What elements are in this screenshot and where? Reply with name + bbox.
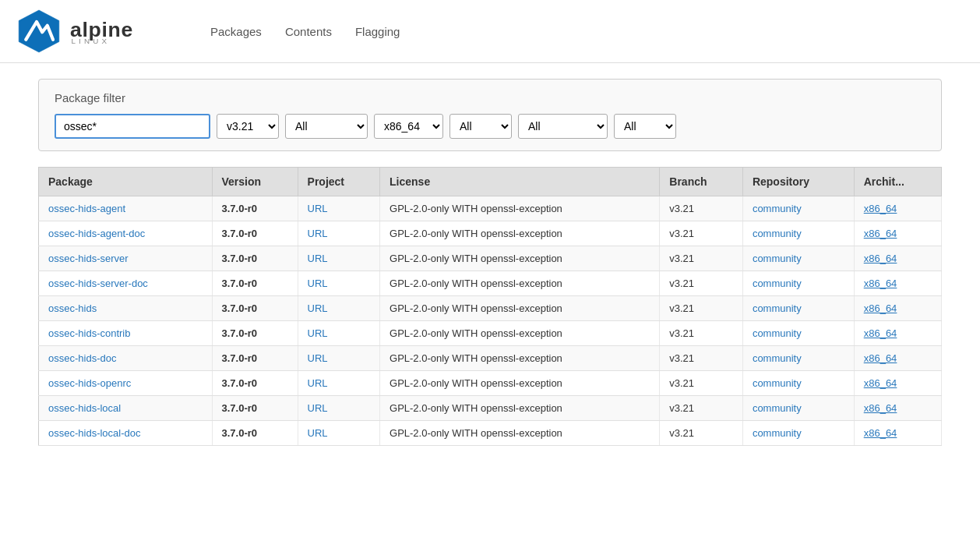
svg-marker-0 (19, 10, 59, 52)
cell-project: URL (298, 371, 379, 396)
cell-package: ossec-hids-local-doc (39, 421, 213, 446)
project-url-link[interactable]: URL (308, 377, 328, 389)
cell-project: URL (298, 221, 379, 246)
arch-link[interactable]: x86_64 (864, 302, 897, 314)
arch-link[interactable]: x86_64 (864, 327, 897, 339)
arch-link[interactable]: x86_64 (864, 402, 897, 414)
header: alpine LINUX Packages Contents Flagging (0, 0, 980, 63)
filter-section: Package filter v3.21 v3.20 v3.19 edge Al… (23, 79, 957, 151)
cell-version: 3.7.0-r0 (212, 371, 298, 396)
version-text: 3.7.0-r0 (222, 203, 258, 214)
cell-project: URL (298, 346, 379, 371)
repository-link[interactable]: community (753, 302, 802, 314)
project-url-link[interactable]: URL (308, 352, 328, 364)
cell-repository: community (742, 271, 854, 296)
search-input[interactable] (55, 114, 210, 139)
logo-text: alpine LINUX (70, 16, 179, 47)
project-url-link[interactable]: URL (308, 253, 328, 264)
arch-link[interactable]: x86_64 (864, 203, 897, 214)
repository-link[interactable]: community (753, 228, 802, 239)
cell-repository: community (742, 296, 854, 321)
arch-link[interactable]: x86_64 (864, 377, 897, 389)
cell-branch: v3.21 (660, 396, 743, 421)
package-link[interactable]: ossec-hids (48, 302, 97, 314)
filter-controls: v3.21 v3.20 v3.19 edge All main communit… (55, 114, 925, 139)
table-row: ossec-hids-local-doc 3.7.0-r0 URL GPL-2.… (39, 421, 942, 446)
table-row: ossec-hids 3.7.0-r0 URL GPL-2.0-only WIT… (39, 296, 942, 321)
flagged-select[interactable]: All Flagged Not Flagged (518, 114, 608, 139)
repository-link[interactable]: community (753, 352, 802, 364)
arch-select[interactable]: x86_64 x86 aarch64 armhf armv7 ppc64le s… (374, 114, 443, 139)
project-url-link[interactable]: URL (308, 203, 328, 214)
project-url-link[interactable]: URL (308, 402, 328, 414)
package-link[interactable]: ossec-hids-server (48, 253, 129, 264)
project-url-link[interactable]: URL (308, 327, 328, 339)
cell-package: ossec-hids-server-doc (39, 271, 213, 296)
cell-package: ossec-hids-agent (39, 196, 213, 221)
nav-flagging[interactable]: Flagging (355, 25, 400, 38)
repository-link[interactable]: community (753, 203, 802, 214)
version-text: 3.7.0-r0 (222, 352, 258, 364)
arch-link[interactable]: x86_64 (864, 352, 897, 364)
repo-select[interactable]: All main community testing (285, 114, 368, 139)
cell-arch: x86_64 (854, 196, 941, 221)
repository-link[interactable]: community (753, 377, 802, 389)
repository-link[interactable]: community (753, 427, 802, 439)
svg-text:LINUX: LINUX (71, 37, 110, 45)
repository-link[interactable]: community (753, 253, 802, 264)
arch-link[interactable]: x86_64 (864, 253, 897, 264)
version-text: 3.7.0-r0 (222, 402, 258, 414)
version-select[interactable]: v3.21 v3.20 v3.19 edge (217, 114, 279, 139)
package-link[interactable]: ossec-hids-contrib (48, 327, 131, 339)
cell-license: GPL-2.0-only WITH openssl-exception (380, 421, 660, 446)
col-version: Version (212, 168, 298, 196)
project-url-link[interactable]: URL (308, 228, 328, 239)
version-text: 3.7.0-r0 (222, 278, 258, 289)
nav-packages[interactable]: Packages (210, 25, 262, 38)
package-link[interactable]: ossec-hids-local (48, 402, 121, 414)
cell-package: ossec-hids-agent-doc (39, 221, 213, 246)
cell-project: URL (298, 196, 379, 221)
cell-license: GPL-2.0-only WITH openssl-exception (380, 296, 660, 321)
repository-link[interactable]: community (753, 327, 802, 339)
project-url-link[interactable]: URL (308, 278, 328, 289)
cell-package: ossec-hids-openrc (39, 371, 213, 396)
cell-branch: v3.21 (660, 271, 743, 296)
nav-contents[interactable]: Contents (285, 25, 332, 38)
cell-license: GPL-2.0-only WITH openssl-exception (380, 321, 660, 346)
package-link[interactable]: ossec-hids-agent-doc (48, 228, 145, 239)
cell-version: 3.7.0-r0 (212, 271, 298, 296)
package-link[interactable]: ossec-hids-local-doc (48, 427, 141, 439)
arch-link[interactable]: x86_64 (864, 427, 897, 439)
table-body: ossec-hids-agent 3.7.0-r0 URL GPL-2.0-on… (39, 196, 942, 446)
maintainer-select[interactable]: All (449, 114, 512, 139)
project-url-link[interactable]: URL (308, 302, 328, 314)
package-link[interactable]: ossec-hids-doc (48, 352, 116, 364)
repository-link[interactable]: community (753, 402, 802, 414)
col-branch: Branch (660, 168, 743, 196)
cell-arch: x86_64 (854, 371, 941, 396)
table-row: ossec-hids-agent-doc 3.7.0-r0 URL GPL-2.… (39, 221, 942, 246)
cell-license: GPL-2.0-only WITH openssl-exception (380, 271, 660, 296)
packages-table: Package Version Project License Branch R… (38, 167, 942, 446)
arch-link[interactable]: x86_64 (864, 278, 897, 289)
extra-select[interactable]: All (614, 114, 676, 139)
package-link[interactable]: ossec-hids-server-doc (48, 278, 148, 289)
cell-repository: community (742, 196, 854, 221)
cell-package: ossec-hids-contrib (39, 321, 213, 346)
cell-license: GPL-2.0-only WITH openssl-exception (380, 246, 660, 271)
cell-version: 3.7.0-r0 (212, 346, 298, 371)
cell-version: 3.7.0-r0 (212, 321, 298, 346)
table-row: ossec-hids-doc 3.7.0-r0 URL GPL-2.0-only… (39, 346, 942, 371)
cell-branch: v3.21 (660, 346, 743, 371)
package-link[interactable]: ossec-hids-openrc (48, 377, 131, 389)
alpine-logo-icon (16, 8, 62, 55)
arch-link[interactable]: x86_64 (864, 228, 897, 239)
cell-arch: x86_64 (854, 421, 941, 446)
cell-version: 3.7.0-r0 (212, 421, 298, 446)
project-url-link[interactable]: URL (308, 427, 328, 439)
repository-link[interactable]: community (753, 278, 802, 289)
cell-project: URL (298, 396, 379, 421)
package-link[interactable]: ossec-hids-agent (48, 203, 125, 214)
cell-branch: v3.21 (660, 421, 743, 446)
